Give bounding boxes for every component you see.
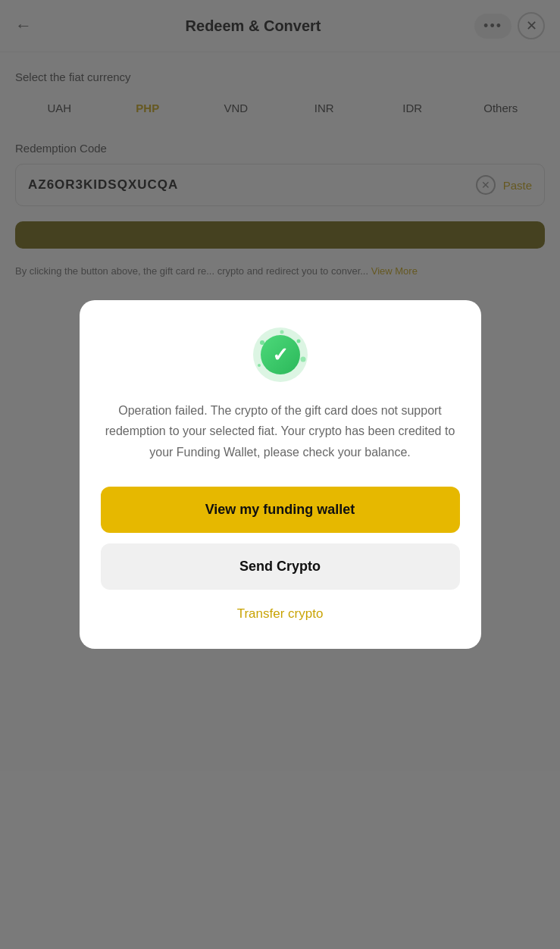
- modal-message: Operation failed. The crypto of the gift…: [101, 400, 460, 462]
- modal-icon-wrap: ✓: [101, 327, 460, 382]
- svg-point-2: [300, 357, 305, 362]
- modal-overlay: ✓ Operation failed. The crypto of the gi…: [0, 0, 560, 949]
- view-funding-wallet-button[interactable]: View my funding wallet: [101, 487, 460, 533]
- success-circle-inner: ✓: [261, 335, 300, 374]
- check-icon: ✓: [272, 345, 289, 365]
- modal-dialog: ✓ Operation failed. The crypto of the gi…: [80, 300, 481, 649]
- svg-point-4: [280, 330, 283, 334]
- send-crypto-button[interactable]: Send Crypto: [101, 543, 460, 590]
- transfer-crypto-link[interactable]: Transfer crypto: [101, 603, 460, 625]
- svg-point-3: [258, 364, 261, 367]
- svg-point-1: [296, 340, 300, 343]
- success-icon: ✓: [253, 327, 308, 382]
- success-circle-outer: ✓: [253, 327, 308, 382]
